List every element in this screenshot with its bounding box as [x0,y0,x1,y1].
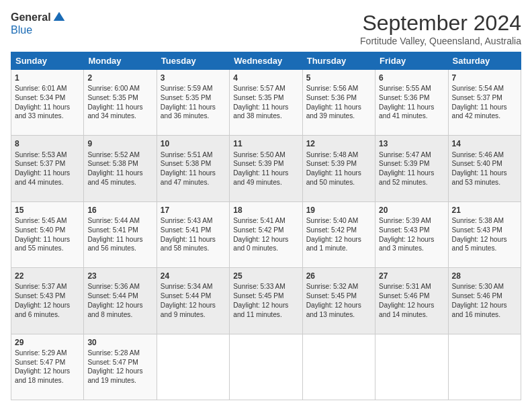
day-number: 21 [452,205,517,216]
table-row: 27Sunrise: 5:31 AMSunset: 5:46 PMDayligh… [375,268,448,334]
location-subtitle: Fortitude Valley, Queensland, Australia [360,36,521,46]
day-number: 29 [15,337,80,348]
calendar-week-row: 15Sunrise: 5:45 AMSunset: 5:40 PMDayligh… [11,201,521,267]
day-number: 14 [452,138,517,149]
col-sunday: Sunday [11,52,84,70]
day-number: 28 [452,271,517,281]
table-row: 28Sunrise: 5:30 AMSunset: 5:46 PMDayligh… [448,268,521,334]
day-number: 16 [87,205,152,216]
calendar-table: Sunday Monday Tuesday Wednesday Thursday… [11,52,521,400]
svg-marker-0 [53,12,64,21]
calendar-week-row: 1Sunrise: 6:01 AMSunset: 5:34 PMDaylight… [11,70,521,136]
day-number: 24 [161,271,226,281]
table-row [375,334,448,400]
day-number: 6 [379,73,444,83]
table-row [302,334,375,400]
title-block: September 2024 Fortitude Valley, Queensl… [360,11,521,46]
day-number: 26 [306,271,371,281]
col-tuesday: Tuesday [157,52,229,70]
col-wednesday: Wednesday [230,52,302,70]
table-row: 12Sunrise: 5:48 AMSunset: 5:39 PMDayligh… [302,136,375,201]
table-row: 5Sunrise: 5:56 AMSunset: 5:36 PMDaylight… [302,70,375,136]
logo: General Blue [11,11,66,36]
table-row: 9Sunrise: 5:52 AMSunset: 5:38 PMDaylight… [84,136,157,201]
day-number: 17 [161,205,226,216]
table-row: 26Sunrise: 5:32 AMSunset: 5:45 PMDayligh… [302,268,375,334]
table-row: 10Sunrise: 5:51 AMSunset: 5:38 PMDayligh… [157,136,229,201]
logo-icon [52,11,66,24]
day-number: 3 [161,73,226,83]
day-number: 15 [15,205,80,216]
col-monday: Monday [84,52,157,70]
day-number: 8 [15,138,80,149]
day-number: 19 [306,205,371,216]
table-row: 21Sunrise: 5:38 AMSunset: 5:43 PMDayligh… [448,201,521,267]
day-number: 22 [15,271,80,281]
logo-general: General [11,11,51,24]
table-row: 29Sunrise: 5:29 AMSunset: 5:47 PMDayligh… [11,334,84,400]
table-row: 17Sunrise: 5:43 AMSunset: 5:41 PMDayligh… [157,201,229,267]
table-row: 6Sunrise: 5:55 AMSunset: 5:36 PMDaylight… [375,70,448,136]
day-number: 20 [379,205,444,216]
calendar-header-row: Sunday Monday Tuesday Wednesday Thursday… [11,52,521,70]
day-number: 13 [379,138,444,149]
calendar-week-row: 29Sunrise: 5:29 AMSunset: 5:47 PMDayligh… [11,334,521,400]
logo-blue: Blue [11,24,32,36]
table-row: 11Sunrise: 5:50 AMSunset: 5:39 PMDayligh… [230,136,302,201]
table-row: 23Sunrise: 5:36 AMSunset: 5:44 PMDayligh… [84,268,157,334]
table-row: 4Sunrise: 5:57 AMSunset: 5:35 PMDaylight… [230,70,302,136]
table-row: 7Sunrise: 5:54 AMSunset: 5:37 PMDaylight… [448,70,521,136]
table-row: 1Sunrise: 6:01 AMSunset: 5:34 PMDaylight… [11,70,84,136]
day-number: 7 [452,73,517,83]
table-row: 13Sunrise: 5:47 AMSunset: 5:39 PMDayligh… [375,136,448,201]
table-row: 25Sunrise: 5:33 AMSunset: 5:45 PMDayligh… [230,268,302,334]
table-row: 24Sunrise: 5:34 AMSunset: 5:44 PMDayligh… [157,268,229,334]
day-number: 27 [379,271,444,281]
table-row: 20Sunrise: 5:39 AMSunset: 5:43 PMDayligh… [375,201,448,267]
day-number: 25 [233,271,298,281]
table-row [157,334,229,400]
day-number: 2 [87,73,152,83]
day-number: 5 [306,73,371,83]
table-row: 3Sunrise: 5:59 AMSunset: 5:35 PMDaylight… [157,70,229,136]
day-number: 10 [161,138,226,149]
col-thursday: Thursday [302,52,375,70]
table-row: 16Sunrise: 5:44 AMSunset: 5:41 PMDayligh… [84,201,157,267]
table-row: 2Sunrise: 6:00 AMSunset: 5:35 PMDaylight… [84,70,157,136]
day-number: 30 [87,337,152,348]
header: General Blue September 2024 Fortitude Va… [11,11,521,46]
month-title: September 2024 [360,11,521,36]
table-row: 22Sunrise: 5:37 AMSunset: 5:43 PMDayligh… [11,268,84,334]
table-row: 15Sunrise: 5:45 AMSunset: 5:40 PMDayligh… [11,201,84,267]
day-number: 4 [233,73,298,83]
calendar-week-row: 8Sunrise: 5:53 AMSunset: 5:37 PMDaylight… [11,136,521,201]
page: General Blue September 2024 Fortitude Va… [0,0,532,411]
table-row: 14Sunrise: 5:46 AMSunset: 5:40 PMDayligh… [448,136,521,201]
table-row: 30Sunrise: 5:28 AMSunset: 5:47 PMDayligh… [84,334,157,400]
day-number: 12 [306,138,371,149]
col-saturday: Saturday [448,52,521,70]
table-row [448,334,521,400]
table-row: 18Sunrise: 5:41 AMSunset: 5:42 PMDayligh… [230,201,302,267]
day-number: 1 [15,73,80,83]
day-number: 23 [87,271,152,281]
day-number: 9 [87,138,152,149]
table-row [230,334,302,400]
day-number: 18 [233,205,298,216]
col-friday: Friday [375,52,448,70]
table-row: 8Sunrise: 5:53 AMSunset: 5:37 PMDaylight… [11,136,84,201]
calendar-week-row: 22Sunrise: 5:37 AMSunset: 5:43 PMDayligh… [11,268,521,334]
day-number: 11 [233,138,298,149]
table-row: 19Sunrise: 5:40 AMSunset: 5:42 PMDayligh… [302,201,375,267]
